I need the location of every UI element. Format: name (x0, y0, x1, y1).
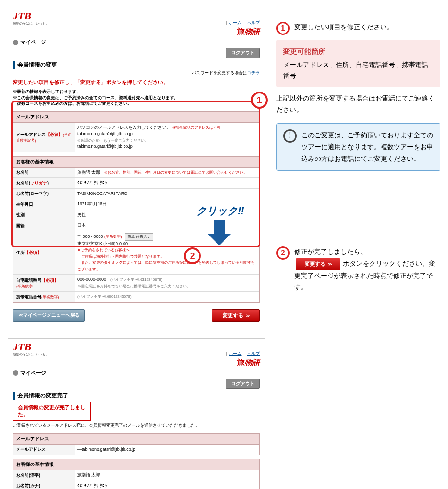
row-mail: メールアドレス—tabimono.gatari@jtb.jtb.co.jp (13, 445, 259, 455)
row-hometel: 自宅電話番号【必須】(半角数字) 000-0000-0000 (ハイフン不要 例… (13, 275, 259, 292)
tabimonogatari-logo: 物語 (237, 27, 260, 37)
mypage-heading: マイページ (13, 39, 46, 46)
mail-box: メールアドレス メールアドレス【必須】(半角英数字記号) パソコンのメールアドレ… (13, 111, 260, 152)
notes-block: ※最新の情報を表示しております。 ※この会員情報の変更は、ご予約済みの全てのコー… (8, 89, 265, 110)
exclamation-icon: ! (283, 129, 297, 143)
page-title: 会員情報の変更 (13, 61, 260, 69)
editable-fields-box: 変更可能箇所 メールアドレス、住所、自宅電話番号、携帯電話番号 (276, 40, 440, 87)
row-name: お名前(漢字)旅物語 太郎 (13, 470, 259, 481)
home-link[interactable]: ホーム (229, 351, 241, 356)
edit-screenshot: JTB 感動のそばに、いつも。 ｜ホーム ｜ヘルプ 物語 マイページ ログアウト… (8, 8, 265, 327)
badge-1-icon: 1 (276, 22, 290, 35)
top-links: ｜ホーム ｜ヘルプ (224, 20, 260, 26)
logout-button[interactable]: ログアウト (226, 379, 260, 389)
badge-2: 2 (184, 247, 201, 264)
zip-input[interactable]: 000 - 0000 (83, 234, 103, 239)
complete-message: 会員情報の変更が完了しました。 (13, 402, 91, 421)
tabimonogatari-logo: 物語 (237, 358, 260, 368)
complete-note: ご登録されているメールアドレス宛に、会員情報変更完了のメールを送信させていただき… (8, 422, 265, 431)
basic-header: お客様の基本情報 (13, 157, 259, 168)
jtb-logo: JTB 感動のそばに、いつも。 (13, 11, 49, 26)
chevron-left-icon: << (19, 313, 22, 318)
mail-box: メールアドレス メールアドレス—tabimono.gatari@jtb.jtb.… (13, 433, 260, 455)
page-title: 会員情報の変更完了 (13, 392, 260, 400)
note-2: 2 修正が完了しましたら、 変更する >> ボタンをクリックください。変更完了ペ… (276, 246, 440, 293)
easy-address-button[interactable]: 簡単 住所入力 (125, 233, 153, 241)
complete-screenshot: JTB 感動のそばに、いつも。 ｜ホーム ｜ヘルプ 物語 マイページ ログアウト… (8, 338, 265, 489)
mail-input-1[interactable]: tabimo.no.gatari@jtb.jtb.co.jp (77, 131, 133, 136)
top-links: ｜ホーム ｜ヘルプ (224, 351, 260, 357)
mini-change-button: 変更する >> (296, 258, 340, 270)
basic-box: お客様の基本情報 お名前(漢字)旅物語 太郎 お名前(カナ)ﾀﾋﾞﾓﾉｶﾞﾀﾘ … (13, 459, 260, 489)
click-label: クリック!! (196, 204, 244, 218)
password-change-row: パスワードを変更する場合はコチラ (8, 70, 265, 78)
row-kana: お名前(カナ)ﾀﾋﾞﾓﾉｶﾞﾀﾘ ﾀﾛｳ (13, 481, 259, 489)
mail-input-2[interactable]: tabimo.no.gatari@jtb.jtb.co.jp (77, 144, 133, 149)
help-link[interactable]: ヘルプ (247, 20, 260, 25)
change-button[interactable]: 変更する >> (212, 309, 260, 322)
help-link[interactable]: ヘルプ (247, 351, 260, 356)
editable-note: 上記以外の箇所を変更する場合はお電話にてご連絡ください。 (276, 93, 440, 116)
row-roma: お名前(ローマ字)TABIMONOGATARI TARO (13, 188, 259, 199)
badge-1: 1 (251, 92, 268, 109)
badge-2-icon: 2 (276, 246, 290, 260)
jtb-logo: JTB 感動のそばに、いつも。 (13, 342, 49, 357)
mypage-heading: マイページ (13, 370, 46, 377)
address-input[interactable]: 東京都文京区小日向0-0-00 (77, 241, 128, 246)
row-name: お名前 旅物語 太郎 ※お名前、性別、国籍、生年月日の変更については電話にてお問… (13, 168, 259, 178)
row-mobtel: 携帯電話番号(半角数字) (ハイフン不要 例:09012345678) (13, 292, 259, 302)
note-1: 1 変更したい項目を修正ください。 (276, 22, 440, 35)
password-link[interactable]: コチラ (247, 70, 260, 75)
mail-header: メールアドレス (13, 112, 259, 123)
mail-row: メールアドレス【必須】(半角英数字記号) パソコンのメールアドレスを入力してくだ… (13, 123, 259, 152)
chevron-right-icon: >> (246, 313, 249, 318)
home-link[interactable]: ホーム (229, 20, 241, 25)
instruction-text: 変更したい項目を修正し、「変更する」ボタンを押してください。 (8, 78, 265, 89)
back-button[interactable]: << マイページメニューへ戻る (13, 309, 85, 322)
home-tel-input[interactable]: 000-0000-0000 (77, 277, 106, 282)
logout-button[interactable]: ログアウト (226, 48, 260, 58)
warning-box: ! このご変更は、ご予約頂いております全てのツアーに適用となります。複数ツアーを… (276, 123, 440, 171)
row-kana: お名前(フリガナ) ﾀﾋﾞﾓﾉｶﾞﾀﾘ ﾀﾛｳ (13, 178, 259, 189)
